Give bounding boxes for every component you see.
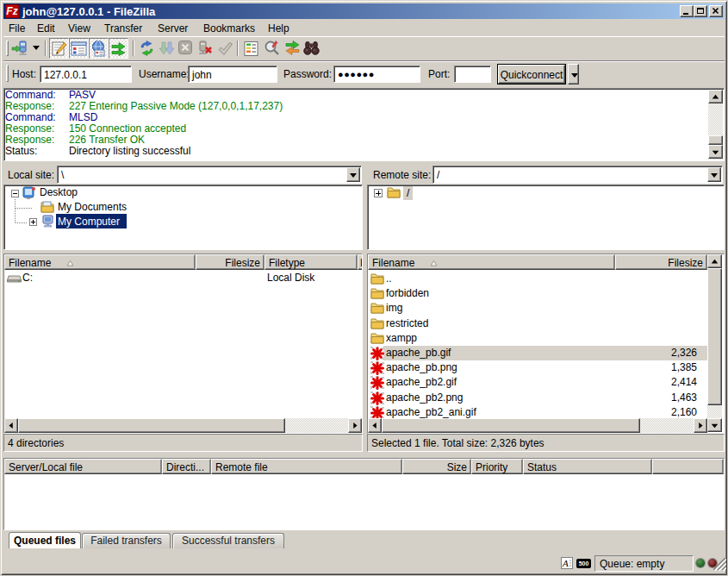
svg-text:A: A	[562, 558, 569, 568]
